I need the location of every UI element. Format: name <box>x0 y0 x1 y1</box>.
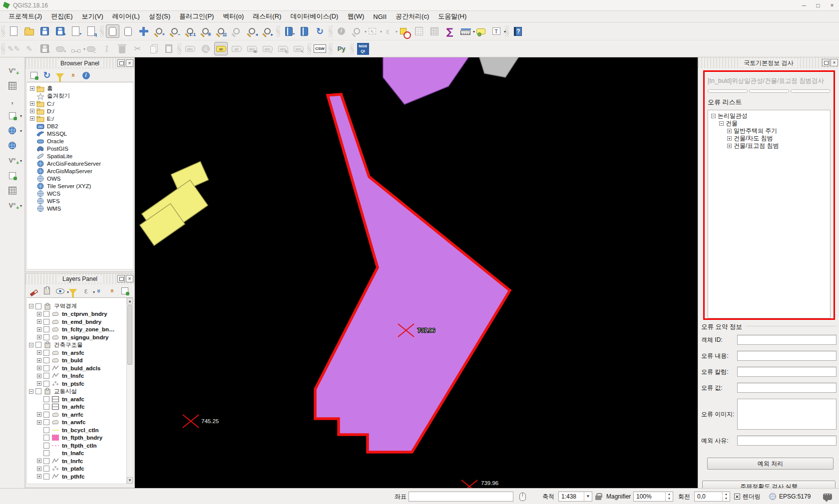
collapse-icon[interactable]: − <box>29 343 33 347</box>
layer-item-tn_emd_bndry[interactable]: +tn_emd_bndry <box>27 318 133 326</box>
add-vector-layer-icon[interactable]: V° <box>5 64 19 77</box>
collapse-all-browser-icon[interactable]: » <box>67 69 79 81</box>
magnifier-up-arrow[interactable]: ▲ <box>666 492 673 497</box>
expand-all-layers-icon[interactable]: » <box>93 285 105 297</box>
expander-icon[interactable]: + <box>30 86 34 91</box>
label-tool-icon[interactable]: ab <box>214 42 228 55</box>
toggle-editing-icon[interactable]: ✎ <box>22 42 36 55</box>
layer-item-tn_ftpth_ctln[interactable]: tn_ftpth_ctln <box>27 442 133 450</box>
render-checkbox[interactable]: ✕ <box>734 494 740 500</box>
layer-checkbox[interactable] <box>43 373 49 379</box>
layer-checkbox[interactable] <box>43 326 49 332</box>
save-project-as-icon[interactable]: + <box>53 24 67 38</box>
error-tree-item-2[interactable]: +일반주택의 주기 <box>709 127 829 135</box>
menu-item-8[interactable]: 데이터베이스(D) <box>286 11 343 22</box>
collapse-icon[interactable]: − <box>29 389 33 394</box>
field-input[interactable] <box>737 436 837 446</box>
change-label-icon[interactable]: abc✎ <box>292 42 305 55</box>
save-layer-edits-icon[interactable]: ✎ <box>38 42 51 55</box>
layer-checkbox[interactable] <box>43 396 49 402</box>
scale-combo[interactable]: 1:438 ▼ <box>558 492 592 502</box>
magnifier-down-arrow[interactable]: ▼ <box>666 497 673 501</box>
expand-icon[interactable]: + <box>37 358 41 363</box>
inspection-panel-header[interactable]: 국토기본정보 검사 × <box>698 57 839 68</box>
split-features-icon[interactable]: ⁒ <box>100 42 113 55</box>
text-annotation-icon[interactable]: T▾ <box>489 24 503 38</box>
show-hide-labels-icon[interactable]: abc👁 <box>245 42 259 55</box>
deselect-all-icon[interactable] <box>397 24 410 38</box>
layer-item-tn_ftpth_bndry[interactable]: tn_ftpth_bndry <box>27 434 133 442</box>
pan-to-selection-icon[interactable] <box>137 24 150 38</box>
browser-item-e-[interactable]: +E:/ <box>27 115 133 122</box>
browser-item-c-[interactable]: +C:/ <box>27 100 133 107</box>
run-feature-action-icon[interactable]: ▾ <box>350 24 364 38</box>
layer-checkbox[interactable] <box>43 404 49 410</box>
browser-item-arcgismapserver[interactable]: ArcGisMapServer <box>27 167 133 175</box>
crs-label[interactable]: EPSG:5179 <box>779 493 811 500</box>
remove-layer-group-icon[interactable] <box>119 285 131 297</box>
scroll-down-arrow[interactable]: ▼ <box>127 477 133 484</box>
refresh-map-icon[interactable]: ↻ <box>313 24 327 38</box>
paste-features-icon[interactable] <box>162 42 175 55</box>
filter-legend-icon[interactable] <box>67 285 79 297</box>
add-delimited-text-layer-icon[interactable]: ‚ <box>5 94 19 107</box>
zoom-native-icon[interactable]: 1:1 <box>183 24 197 38</box>
browser-item-wfs[interactable]: WFS <box>27 197 133 205</box>
layers-scrollbar[interactable]: ▲ ▼ <box>126 298 133 484</box>
layer-checkbox[interactable] <box>43 334 49 340</box>
expand-icon[interactable]: + <box>37 412 41 417</box>
add-spatialite-layer-icon[interactable]: ▾ <box>5 109 19 122</box>
layer-checkbox[interactable] <box>35 342 41 348</box>
show-statistics-icon[interactable]: ∑ <box>443 24 456 38</box>
expand-icon[interactable]: + <box>37 335 41 339</box>
minimize-button[interactable]: ─ <box>797 0 811 10</box>
error-tree-item-3[interactable]: +건물/차도 침범 <box>709 135 829 142</box>
scale-lock-icon[interactable] <box>595 496 601 500</box>
measure-tool-icon[interactable]: ▾ <box>458 24 472 38</box>
layer-diagram-options-icon[interactable] <box>199 42 212 55</box>
layer-item-tn_fclty_zone_bn-[interactable]: +tn_fclty_zone_bn… <box>27 326 133 334</box>
field-calculator-icon[interactable] <box>427 24 441 38</box>
select-by-expression-icon[interactable]: ε▾ <box>381 24 395 38</box>
filter-browser-icon[interactable] <box>54 69 66 81</box>
browser-properties-icon[interactable]: i <box>80 69 92 81</box>
expand-icon[interactable]: + <box>37 467 41 471</box>
field-input[interactable] <box>737 383 837 393</box>
browser-item-arcgisfeatureserver[interactable]: ArcGisFeatureServer <box>27 160 133 167</box>
expander-icon[interactable]: + <box>30 116 34 121</box>
layer-item-tn_signgu_bndry[interactable]: +tn_signgu_bndry <box>27 333 133 341</box>
expander-icon[interactable]: + <box>727 129 732 133</box>
browser-item-tile-server-xyz-[interactable]: Tile Server (XYZ) <box>27 182 133 190</box>
copy-features-icon[interactable] <box>146 42 160 55</box>
map-canvas[interactable]: 737.96745.25739.96 <box>135 57 698 488</box>
expand-icon[interactable]: + <box>37 381 41 386</box>
save-project-icon[interactable] <box>38 24 51 38</box>
add-feature-icon[interactable]: * <box>53 42 67 55</box>
composer-manager-icon[interactable]: q <box>84 24 98 38</box>
expand-icon[interactable]: + <box>37 474 41 479</box>
browser-item-d-[interactable]: +D:/ <box>27 107 133 115</box>
field-input[interactable] <box>737 367 837 377</box>
menu-item-1[interactable]: 편집(E) <box>46 11 77 22</box>
zoom-out-tool-icon[interactable]: − <box>168 24 181 38</box>
open-layer-styling-icon[interactable] <box>28 285 40 297</box>
layer-checkbox[interactable] <box>35 303 41 309</box>
expander-icon[interactable]: − <box>711 114 716 118</box>
messages-icon[interactable] <box>823 494 832 500</box>
layer-checkbox[interactable] <box>43 319 49 325</box>
expand-icon[interactable]: + <box>37 350 41 355</box>
delete-selected-icon[interactable] <box>115 42 129 55</box>
collapse-icon[interactable]: − <box>29 304 33 308</box>
layer-group-교통시설[interactable]: −교통시설 <box>27 388 133 396</box>
layer-checkbox[interactable] <box>43 427 49 433</box>
manage-layer-visibility-icon[interactable]: ▾ <box>54 285 66 297</box>
layer-item-tn_bcycl_ctln[interactable]: tn_bcycl_ctln <box>27 426 133 434</box>
node-tool-icon[interactable]: ▾ <box>69 42 82 55</box>
layer-checkbox[interactable] <box>43 443 49 449</box>
layer-checkbox[interactable] <box>43 311 49 317</box>
rotation-down-arrow[interactable]: ▼ <box>723 497 730 501</box>
menu-item-0[interactable]: 프로젝트(J) <box>4 11 46 22</box>
add-oracle-layer-icon[interactable] <box>5 169 19 182</box>
ngii-qi-plugin-icon[interactable]: NGII QI <box>356 42 370 55</box>
expand-icon[interactable]: + <box>37 312 41 316</box>
